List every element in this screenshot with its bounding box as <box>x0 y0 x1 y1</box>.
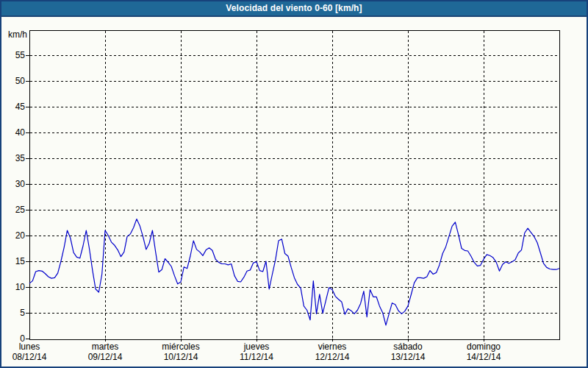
grid-dashed-lines <box>30 31 559 338</box>
x-axis-day-name: viernes <box>295 342 370 352</box>
x-axis-day-name: domingo <box>446 342 521 352</box>
x-axis-day-label: jueves11/12/14 <box>219 342 294 362</box>
y-axis-tick-label: 40 <box>1 127 25 138</box>
x-axis-day-date: 14/12/14 <box>446 352 521 362</box>
x-axis-day-date: 09/12/14 <box>68 352 143 362</box>
x-axis-day-date: 10/12/14 <box>143 352 218 362</box>
y-axis-tick-label: 10 <box>1 282 25 292</box>
y-axis-tick-label: 50 <box>1 76 25 86</box>
x-axis-day-label: sábado13/12/14 <box>370 342 445 362</box>
y-axis-tick-label: 15 <box>1 256 25 266</box>
x-axis-day-name: jueves <box>219 342 294 352</box>
wind-speed-series-line <box>29 219 559 325</box>
chart-window: Velocidad del viento 0-60 [km/h] km/h 05… <box>0 0 588 368</box>
y-axis-tick-label: 35 <box>1 153 25 163</box>
y-axis-tick-label: 55 <box>1 50 25 60</box>
plot-frame <box>30 31 560 340</box>
y-axis-tick-label: 30 <box>1 179 25 189</box>
x-axis-day-date: 12/12/14 <box>295 352 370 362</box>
x-axis-day-date: 11/12/14 <box>219 352 294 362</box>
wind-speed-line-chart <box>1 1 587 367</box>
x-axis-day-name: sábado <box>370 342 445 352</box>
x-axis-day-name: lunes <box>0 342 67 352</box>
y-axis-tick-label: 25 <box>1 205 25 215</box>
y-axis-tick-label: 45 <box>1 102 25 112</box>
axis-tick-marks <box>26 56 484 342</box>
x-axis-day-name: martes <box>68 342 143 352</box>
y-axis-tick-label: 5 <box>1 308 25 318</box>
x-axis-day-label: domingo14/12/14 <box>446 342 521 362</box>
x-axis-day-label: martes09/12/14 <box>68 342 143 362</box>
x-axis-day-date: 08/12/14 <box>0 352 67 362</box>
x-axis-day-name: miércoles <box>143 342 218 352</box>
x-axis-day-date: 13/12/14 <box>370 352 445 362</box>
x-axis-day-label: lunes08/12/14 <box>0 342 67 362</box>
y-axis-tick-label: 20 <box>1 230 25 241</box>
x-axis-day-label: miércoles10/12/14 <box>143 342 218 362</box>
x-axis-day-label: viernes12/12/14 <box>295 342 370 362</box>
y-axis-unit-label: km/h <box>1 29 27 40</box>
